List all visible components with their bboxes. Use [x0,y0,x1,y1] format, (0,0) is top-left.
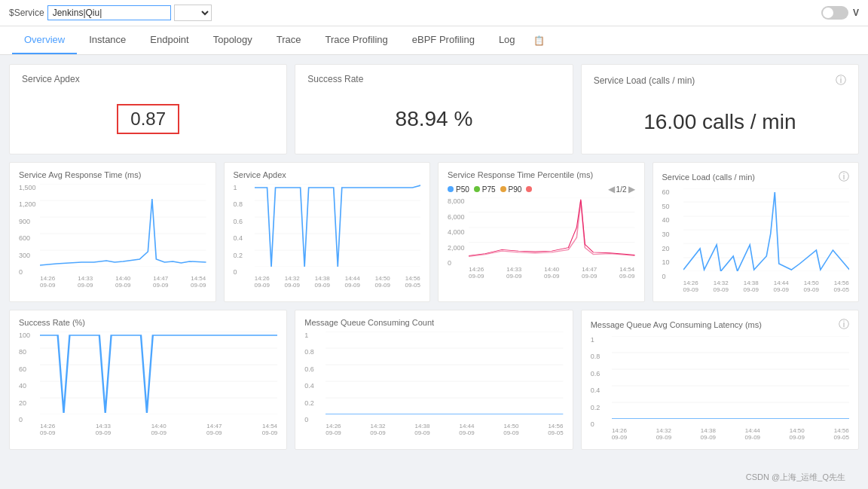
avg-response-chart-area: 1,500 1,200 900 600 300 0 [19,184,206,289]
apdex-chart-inner [255,184,421,267]
percentile-chart-inner [469,197,635,258]
success-rate-x-axis: 14:2609-09 14:3309-09 14:4009-09 14:4709… [40,423,277,437]
success-rate-y-axis: 100 80 60 40 20 0 [19,332,30,437]
service-load-value: 16.00 calls / min [643,102,796,142]
mq-latency-chart-inner [612,336,849,419]
service-apdex-value-wrapper: 0.87 [22,96,274,142]
mq-latency-y-axis: 1 0.8 0.6 0.4 0.2 0 [591,336,601,442]
mq-count-chart-inner [326,332,563,414]
percentile-next-btn[interactable]: ▶ [628,184,635,194]
service-label: $Service [9,8,44,18]
service-load-x-axis: 14:2609-09 14:3209-09 14:3809-09 14:4409… [683,280,850,294]
percentile-nav: ◀ 1/2 ▶ [608,184,635,194]
tab-ebpf-profiling[interactable]: eBPF Profiling [400,26,487,54]
percentile-chart-area: 8,000 6,000 4,000 2,000 0 [448,197,635,280]
charts-row-3: Success Rate (%) 100 80 60 40 20 0 [9,310,859,450]
mq-count-title: Message Queue Consuming Count [304,318,563,327]
success-rate-value: 88.94 % [396,99,473,139]
metrics-row: Service Apdex 0.87 Success Rate 88.94 % … [9,64,859,154]
tab-endpoint[interactable]: Endpoint [138,26,200,54]
apdex-chart-area: 1 0.8 0.6 0.4 0.2 0 [234,184,421,289]
mq-latency-chart-area: 1 0.8 0.6 0.4 0.2 0 [591,336,849,442]
mq-latency-info-icon[interactable]: ⓘ [839,318,849,332]
service-load-chart-info-icon[interactable]: ⓘ [839,170,849,184]
service-apdex-card: Service Apdex 0.87 [9,64,287,154]
mq-latency-chart: Message Queue Avg Consuming Latency (ms)… [581,310,859,450]
legend-p75-dot [474,186,480,192]
tab-overview[interactable]: Overview [12,26,77,54]
tabs-bar: Overview Instance Endpoint Topology Trac… [0,26,868,55]
success-rate-chart-title: Success Rate (%) [19,318,277,327]
percentile-chart: Service Response Time Percentile (ms) P5… [438,162,645,302]
mq-count-y-axis: 1 0.8 0.6 0.4 0.2 0 [304,332,314,437]
legend-p50: P50 [448,185,469,194]
tab-instance[interactable]: Instance [77,26,138,54]
tab-trace[interactable]: Trace [264,26,313,54]
toggle-area: V [821,6,859,20]
apdex-y-axis: 1 0.8 0.6 0.4 0.2 0 [234,184,243,289]
dashboard-area: Service Apdex 0.87 Success Rate 88.94 % … [0,55,868,459]
avg-response-chart: Service Avg Response Time (ms) 1,500 1,2… [9,162,216,302]
percentile-chart-title: Service Response Time Percentile (ms) [448,170,635,179]
service-input[interactable] [47,5,171,20]
avg-response-title: Service Avg Response Time (ms) [19,170,206,179]
legend-p95 [526,186,534,192]
mq-count-svg [326,332,563,414]
success-rate-title: Success Rate [307,74,560,84]
mq-count-x-axis: 14:2609-09 14:3209-09 14:3809-09 14:4409… [326,423,563,437]
mq-latency-title: Message Queue Avg Consuming Latency (ms)… [591,318,849,332]
legend-p90: P90 [500,185,522,194]
service-load-chart-inner [683,188,850,271]
legend-p50-dot [448,186,454,192]
mq-count-chart: Message Queue Consuming Count 1 0.8 0.6 … [295,310,573,450]
service-load-info-icon[interactable]: ⓘ [836,74,846,87]
service-apdex-title: Service Apdex [22,74,274,84]
success-rate-svg [40,332,277,414]
apdex-chart: Service Apdex 1 0.8 0.6 0.4 0.2 0 [224,162,431,302]
service-apdex-value: 0.87 [117,104,179,134]
apdex-chart-title: Service Apdex [234,170,421,179]
toggle-switch[interactable] [821,6,848,20]
percentile-legend: P50 P75 P90 ◀ 1/2 ▶ [448,184,635,194]
apdex-x-axis: 14:2609-09 14:3209-09 14:3809-09 14:4409… [255,275,421,289]
tab-log[interactable]: Log [487,26,527,54]
clipboard-icon[interactable]: 📋 [527,28,551,53]
apdex-svg [255,184,421,267]
service-selector: $Service [9,5,212,21]
avg-response-x-axis: 14:2609-09 14:3309-09 14:4009-09 14:4709… [40,275,206,289]
avg-response-svg [40,184,206,267]
service-load-y-axis: 60 50 40 30 20 10 0 [662,188,670,294]
service-load-card: Service Load (calls / min) ⓘ 16.00 calls… [581,64,859,154]
service-load-chart-title: Service Load (calls / min) ⓘ [662,170,850,184]
mq-count-chart-area: 1 0.8 0.6 0.4 0.2 0 [304,332,563,437]
success-rate-card: Success Rate 88.94 % [295,64,573,154]
service-load-chart: Service Load (calls / min) ⓘ 60 50 40 30… [653,162,860,302]
mq-latency-svg [612,336,849,419]
charts-grid: Service Avg Response Time (ms) 1,500 1,2… [9,162,859,302]
service-load-chart-area: 60 50 40 30 20 10 0 [662,188,850,294]
avg-response-y-axis: 1,500 1,200 900 600 300 0 [19,184,36,289]
avg-response-chart-inner [40,184,206,267]
percentile-svg [469,197,635,258]
service-load-svg [683,188,850,271]
legend-p90-dot [500,186,506,192]
percentile-x-axis: 14:2609-09 14:3309-09 14:4009-09 14:4709… [469,266,635,280]
top-bar: $Service V [0,0,868,26]
legend-p95-dot [526,186,532,192]
legend-p75: P75 [474,185,496,194]
tab-trace-profiling[interactable]: Trace Profiling [313,26,399,54]
success-rate-chart-inner [40,332,277,414]
tab-topology[interactable]: Topology [201,26,264,54]
service-load-value-wrapper: 16.00 calls / min [594,99,846,145]
success-rate-value-wrapper: 88.94 % [307,96,560,142]
toggle-label: V [853,8,859,18]
mq-latency-x-axis: 14:2609-09 14:3209-09 14:3809-09 14:4409… [612,427,849,442]
success-rate-chart: Success Rate (%) 100 80 60 40 20 0 [9,310,287,450]
service-dropdown[interactable] [174,5,212,21]
success-rate-chart-area: 100 80 60 40 20 0 [19,332,277,437]
percentile-prev-btn[interactable]: ◀ [608,184,615,194]
service-load-title: Service Load (calls / min) ⓘ [594,74,846,87]
percentile-y-axis: 8,000 6,000 4,000 2,000 0 [448,197,465,280]
